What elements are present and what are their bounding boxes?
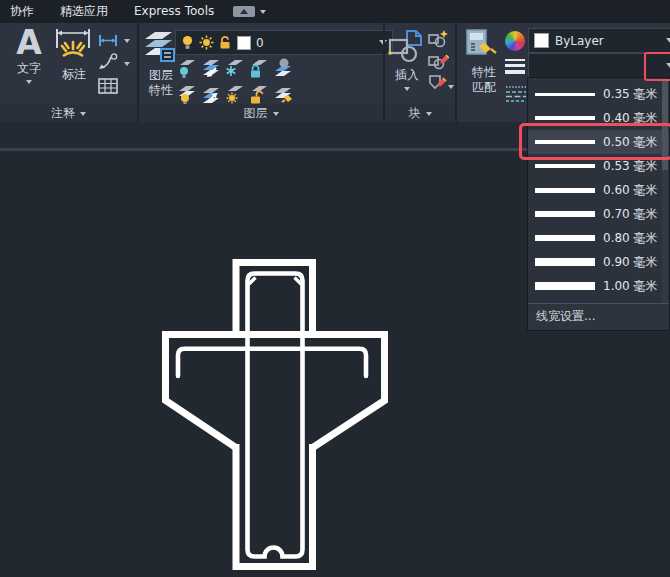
layer-freeze-button[interactable]	[224, 57, 246, 83]
lineweight-option[interactable]: 0.40 毫米	[528, 106, 669, 130]
text-tool-icon: A	[10, 25, 48, 61]
linear-dimension-icon	[98, 34, 118, 47]
lineweight-option[interactable]: 0.35 毫米	[528, 82, 669, 106]
layer-properties-icon	[141, 28, 177, 64]
ribbon-collapse-button[interactable]	[233, 6, 255, 17]
text-button[interactable]: A 文字	[10, 25, 48, 87]
panel-label-annotate[interactable]: 注释	[0, 104, 137, 122]
linear-dim-caret-icon[interactable]	[124, 39, 130, 46]
panel-layers: 图层 特性 0	[139, 23, 383, 122]
annotate-expand-caret-icon	[80, 112, 86, 119]
dimension-icon	[53, 27, 93, 63]
dropdown-scrollbar[interactable]	[662, 80, 668, 304]
text-button-label: 文字	[10, 61, 48, 76]
right-wing-outline	[312, 337, 385, 448]
stirrup-line	[248, 274, 303, 557]
dimension-button-label: 标注	[53, 67, 95, 82]
edit-attributes-button[interactable]	[428, 74, 449, 98]
panel-label-layers[interactable]: 图层	[139, 104, 383, 122]
lineweight-option[interactable]: 0.70 毫米	[528, 202, 669, 226]
lineweight-option[interactable]: 0.80 毫米	[528, 226, 669, 250]
top-menu-bar: 协作 精选应用 Express Tools	[0, 0, 670, 23]
panel-annotate: A 文字 标注	[0, 23, 137, 122]
edit-block-button[interactable]	[428, 52, 449, 75]
block-label: 块	[409, 105, 421, 122]
match-props-label-2: 匹配	[465, 80, 503, 95]
layer-props-label-2: 特性	[141, 83, 181, 98]
dimension-button[interactable]: 标注	[53, 27, 95, 82]
lineweight-list-icon[interactable]	[505, 59, 525, 77]
wing-rebar-line	[178, 349, 366, 376]
lineweight-option-label: 0.70 毫米	[603, 206, 658, 223]
menu-express-tools[interactable]: Express Tools	[121, 0, 227, 23]
linear-dim-button[interactable]	[98, 32, 118, 51]
layer-select-combo[interactable]: 0	[175, 30, 393, 55]
lineweight-option-label: 0.53 毫米	[603, 158, 658, 175]
current-layer-name: 0	[256, 36, 374, 50]
scrollbar-thumb[interactable]	[662, 80, 668, 170]
insert-block-icon	[388, 28, 424, 64]
color-wheel-icon[interactable]	[505, 31, 525, 51]
lineweight-option-label: 0.80 毫米	[603, 230, 658, 247]
lineweight-option[interactable]: 0.50 毫米	[528, 130, 669, 154]
lineweight-option-label: 1.00 毫米	[603, 278, 658, 295]
layer-on-bulb-icon	[181, 35, 194, 50]
table-button[interactable]	[98, 78, 118, 98]
layer-off-button[interactable]	[176, 57, 198, 83]
lineweight-list: 0.35 毫米 0.40 毫米 0.50 毫米 0.53 毫米 0.60 毫米 …	[528, 78, 669, 306]
layer-unlock-icon	[219, 35, 232, 50]
create-block-button[interactable]	[428, 30, 449, 53]
object-color-combo[interactable]: ByLayer	[528, 28, 670, 53]
lineweight-sample	[535, 258, 595, 266]
layer-props-label-1: 图层	[141, 68, 181, 83]
lineweight-option[interactable]: 0.53 毫米	[528, 154, 669, 178]
lineweight-option-label: 0.50 毫米	[603, 134, 658, 151]
collapse-arrow-icon	[240, 5, 248, 14]
panel-label-block[interactable]: 块	[385, 104, 455, 122]
text-dropdown-caret-icon[interactable]	[26, 80, 32, 87]
lineweight-combo-caret-icon[interactable]	[666, 63, 670, 72]
layer-isolate-button[interactable]	[200, 57, 222, 83]
lineweight-option[interactable]: 1.00 毫米	[528, 274, 669, 298]
match-properties-button[interactable]: 特性 匹配	[465, 28, 503, 95]
stirrup-hook-ticks	[249, 278, 301, 285]
lineweight-option-label: 0.90 毫米	[603, 254, 658, 271]
lineweight-sample	[535, 188, 595, 193]
annotate-label: 注释	[51, 105, 75, 122]
lineweight-sample	[535, 164, 595, 169]
insert-button[interactable]: 插入	[388, 28, 426, 94]
lineweight-sample	[535, 235, 595, 242]
lineweight-sample	[535, 211, 595, 217]
leader-caret-icon[interactable]	[124, 62, 130, 69]
match-properties-icon	[465, 28, 499, 61]
lineweight-option-label: 0.60 毫米	[603, 182, 658, 199]
layers-expand-caret-icon	[273, 112, 279, 119]
lineweight-sample	[535, 282, 595, 291]
menu-collaborate[interactable]: 协作	[0, 0, 47, 23]
panel-block: 插入 块	[385, 23, 455, 122]
color-combo-caret-icon[interactable]	[666, 38, 670, 47]
layer-thaw-sun-icon	[199, 35, 214, 50]
ribbon-options-caret-icon[interactable]	[260, 10, 266, 17]
match-props-label-1: 特性	[465, 65, 503, 80]
insert-button-label: 插入	[388, 68, 426, 83]
menu-featured-apps[interactable]: 精选应用	[47, 0, 121, 23]
layer-color-swatch	[237, 36, 251, 50]
layer-order-button[interactable]	[272, 57, 294, 83]
lineweight-sample	[535, 116, 595, 120]
lineweight-option[interactable]: 0.60 毫米	[528, 178, 669, 202]
layers-label: 图层	[244, 105, 268, 122]
lineweight-settings-item[interactable]: 线宽设置...	[528, 303, 669, 330]
lineweight-combo[interactable]	[528, 53, 670, 78]
lineweight-option[interactable]: 0.90 毫米	[528, 250, 669, 274]
table-icon	[98, 78, 118, 94]
lineweight-option-label: 0.35 毫米	[603, 86, 658, 103]
lineweight-sample	[535, 93, 595, 96]
layer-lock-button[interactable]	[248, 57, 270, 83]
leader-button[interactable]	[98, 53, 118, 74]
lineweight-option-label: 0.40 毫米	[603, 110, 658, 127]
ribbon-display-control	[233, 6, 266, 17]
linetype-icon[interactable]	[505, 85, 527, 106]
insert-caret-icon[interactable]	[404, 87, 410, 94]
edit-attributes-caret-icon[interactable]	[448, 85, 454, 92]
